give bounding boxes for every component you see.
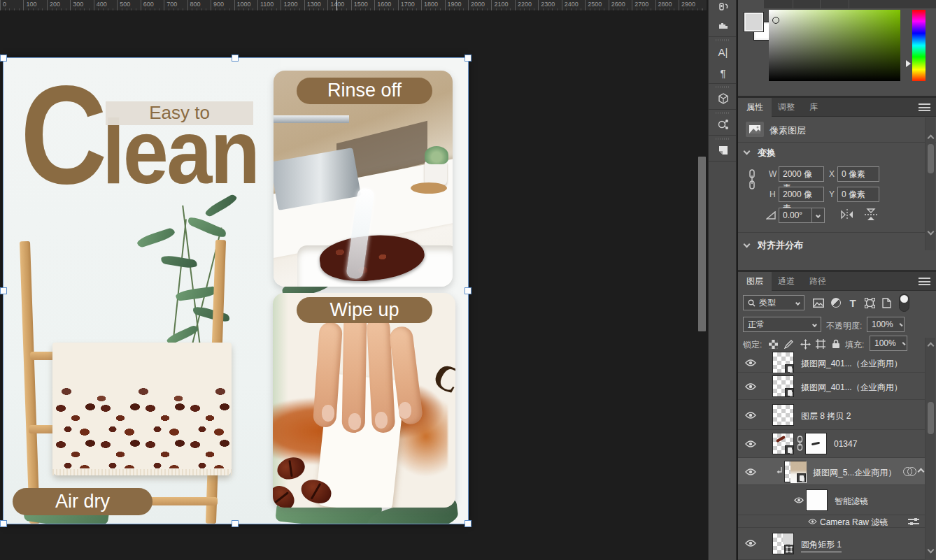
camera-raw-filter-label[interactable]: Camera Raw 滤镜 [820,517,888,529]
tab-paths[interactable]: 路径 [801,272,835,291]
layer-thumbnail[interactable] [772,433,794,454]
flip-horizontal-icon[interactable] [839,208,856,221]
opacity-select[interactable]: 100% [867,317,905,332]
visibility-eye-icon[interactable] [745,540,756,547]
filter-shape-layers-icon[interactable] [861,294,878,311]
properties-panel-menu-icon[interactable] [919,103,930,111]
scroll-down-icon[interactable] [928,229,935,236]
glyphs-panel-icon[interactable] [709,114,737,135]
scroll-up-icon[interactable] [928,135,935,142]
color-gradient-field[interactable] [769,10,900,81]
filter-mask-thumbnail[interactable] [806,489,828,511]
layer-row[interactable]: 01347 [738,430,926,458]
paragraph-panel-icon[interactable]: ¶ [709,62,737,83]
layer-thumbnail[interactable] [772,375,794,397]
tab-libraries[interactable]: 库 [801,98,826,117]
character-panel-icon[interactable]: A| [709,41,737,62]
fill-select[interactable]: 100% [870,336,907,351]
filter-options-icon[interactable] [908,518,919,525]
layer-name[interactable]: 摄图网_401...（企业商用） [801,382,902,394]
y-value-field[interactable]: 0 像素 [837,187,879,202]
layer-row[interactable]: 摄图网_401...（企业商用） [738,353,926,373]
layer-thumbnail[interactable] [772,533,794,554]
blend-mode-select[interactable]: 正常 [743,317,821,332]
visibility-eye-icon[interactable] [794,497,804,503]
mask-link-icon[interactable] [797,436,803,451]
hue-slider-pointer[interactable] [906,60,911,67]
filter-smart-objects-icon[interactable] [878,294,895,311]
visibility-eye-icon[interactable] [808,519,817,524]
transform-handle-top-left[interactable] [0,55,7,62]
3d-panel-icon[interactable] [709,88,737,109]
transform-section-chevron-icon[interactable] [744,148,751,155]
properties-panel-icon[interactable] [709,140,737,161]
layer-row-selected[interactable]: 摄图网_5...企业商用） [738,458,926,485]
lock-position-icon[interactable] [797,336,814,352]
layer-name[interactable]: 摄图网_401...（企业商用） [801,358,902,370]
lock-transparent-pixels-icon[interactable] [765,336,781,352]
document-vertical-scrollbar[interactable] [698,157,706,331]
layer-name[interactable]: 圆角矩形 1 [801,539,842,552]
layer-row[interactable]: 摄图网_401...（企业商用） [738,373,926,400]
transform-handle-bottom-left[interactable] [0,520,7,527]
layer-thumbnail[interactable] [772,404,794,426]
transform-handle-top-mid[interactable] [232,55,239,62]
w-value-field[interactable]: 2000 像素 [779,166,824,182]
collapse-filters-chevron-icon[interactable] [918,468,925,475]
transform-handle-bottom-mid[interactable] [232,520,239,527]
layer-row[interactable]: 圆角矩形 1 [738,528,926,560]
layer-thumbnail[interactable] [772,352,794,373]
filter-adjustment-layers-icon[interactable] [828,294,844,311]
filter-type-layers-icon[interactable]: T [844,294,861,311]
layer-row[interactable]: 图层 8 拷贝 2 [738,400,926,430]
horizontal-ruler[interactable]: 0100200300400500600700800900100011001200… [0,0,707,11]
lock-image-pixels-icon[interactable] [780,336,797,352]
filter-pixel-layers-icon[interactable] [810,294,827,311]
foreground-color-swatch[interactable] [744,12,764,32]
layer-name[interactable]: 摄图网_5...企业商用） [813,467,896,479]
tab-channels[interactable]: 通道 [770,272,803,291]
lock-artboard-icon[interactable] [812,336,829,352]
layer-kind-filter[interactable]: 类型 [743,295,804,310]
tab-layers[interactable]: 图层 [738,272,772,291]
canvas[interactable]: C lean Easy to Rinse off [3,58,468,524]
layers-scrollbar[interactable] [925,338,935,560]
smart-filters-badge-icon[interactable] [903,467,916,476]
x-value-field[interactable]: 0 像素 [837,166,879,182]
transform-handle-top-right[interactable] [465,55,471,62]
camera-raw-filter-row[interactable]: Camera Raw 滤镜 [738,515,926,528]
color-sample-marker[interactable] [772,17,779,24]
brush-settings-panel-icon[interactable] [709,0,737,15]
layer-name[interactable]: 图层 8 拷贝 2 [801,410,851,422]
visibility-eye-icon[interactable] [745,359,756,366]
hue-slider[interactable] [912,10,926,81]
align-section-chevron-icon[interactable] [744,241,751,248]
smart-filters-row[interactable]: 智能滤镜 [738,485,926,515]
transform-handle-mid-right[interactable] [465,287,471,294]
libraries-panel-icon[interactable] [709,15,737,36]
visibility-eye-icon[interactable] [745,468,756,475]
wh-link-icon[interactable] [748,169,756,190]
layer-name[interactable]: 01347 [834,439,857,449]
smart-filters-label[interactable]: 智能滤镜 [835,496,868,508]
properties-scrollbar[interactable] [925,117,935,250]
flip-vertical-icon[interactable] [863,208,879,222]
lock-all-icon[interactable] [828,336,844,352]
layer-mask-thumbnail[interactable] [805,433,827,454]
angle-value-field[interactable]: 0.00° [779,208,812,223]
layers-panel-menu-icon[interactable] [919,278,930,285]
transform-handle-mid-left[interactable] [0,287,7,294]
transform-handle-bottom-right[interactable] [465,520,471,527]
pasteboard[interactable]: C lean Easy to Rinse off [0,11,707,560]
tab-properties[interactable]: 属性 [738,98,772,117]
visibility-eye-icon[interactable] [745,440,756,447]
tab-adjustments[interactable]: 调整 [770,98,803,117]
color-panel-tabstrip[interactable] [764,0,936,8]
visibility-eye-icon[interactable] [745,412,756,419]
scroll-down-icon[interactable] [928,547,935,554]
h-value-field[interactable]: 2000 像素 [779,187,824,202]
layer-thumbnail[interactable] [784,461,806,482]
scroll-up-icon[interactable] [928,343,935,350]
angle-dropdown-chevron-icon[interactable] [812,208,825,223]
visibility-eye-icon[interactable] [745,383,756,390]
